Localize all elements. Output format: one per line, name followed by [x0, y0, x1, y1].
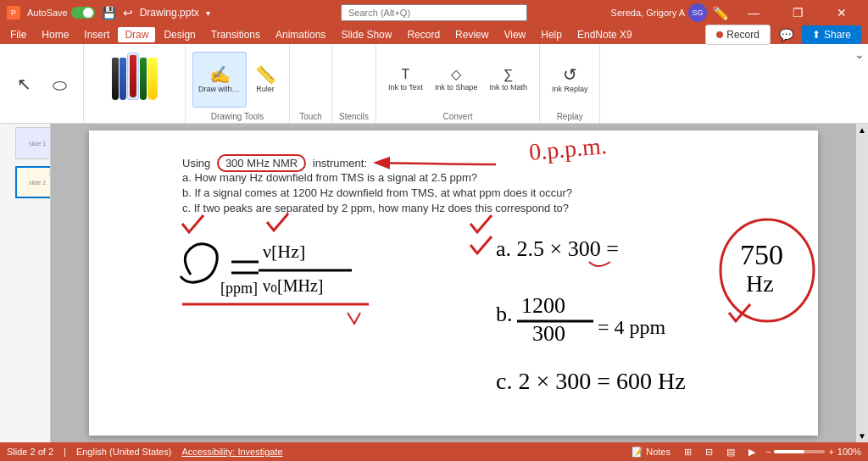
- svg-text:c. 2 × 300 = 600 Hz: c. 2 × 300 = 600 Hz: [496, 368, 686, 394]
- slide-info: Slide 2 of 2: [7, 447, 53, 457]
- ribbon-replay-section: ↺ Ink Replay Replay: [540, 44, 601, 123]
- menu-file[interactable]: File: [3, 27, 33, 42]
- replay-label: Replay: [557, 112, 583, 123]
- yellow-highlighter[interactable]: [147, 58, 158, 100]
- zoom-slider[interactable]: [774, 450, 825, 453]
- slide-1-thumb[interactable]: slide 1: [15, 127, 51, 159]
- ink-replay-icon: ↺: [563, 66, 577, 83]
- ink-replay-label: Ink Replay: [552, 85, 588, 93]
- menu-review[interactable]: Review: [448, 27, 495, 42]
- undo-icon[interactable]: ↩: [123, 6, 133, 19]
- menu-bar: File Home Insert Draw Design Transitions…: [0, 25, 868, 44]
- menu-help[interactable]: Help: [534, 27, 569, 42]
- drawing-tools-label: Drawing Tools: [211, 112, 264, 123]
- share-icon: ⬆: [812, 29, 821, 41]
- lasso-tool[interactable]: ⬭: [42, 57, 76, 113]
- svg-text:a. 2.5 × 300 =: a. 2.5 × 300 =: [496, 236, 619, 261]
- close-button[interactable]: ✕: [822, 0, 861, 25]
- ink-to-shape-icon: ◇: [451, 68, 461, 81]
- slide-1-container: 1 slide 1: [3, 127, 47, 159]
- convert-label: Convert: [442, 112, 472, 123]
- reading-view-btn[interactable]: ▤: [723, 446, 738, 458]
- ruler-button[interactable]: 📏 Ruler: [248, 52, 282, 108]
- slide-sorter-btn[interactable]: ⊟: [702, 446, 716, 458]
- search-input[interactable]: [341, 4, 527, 21]
- slide-2-thumb[interactable]: slide 2: [15, 166, 51, 198]
- ink-to-math-button[interactable]: ∑ Ink to Math: [484, 52, 532, 108]
- ribbon-draw-section: ✍ Draw with Touch 📏 Ruler Drawing Tools: [186, 44, 290, 123]
- slide-question-b: b. If a signal comes at 1200 Hz downfiel…: [182, 186, 572, 199]
- autosave-label: AutoSave: [27, 8, 68, 18]
- ink-to-text-icon: T: [402, 68, 410, 81]
- comment-icon[interactable]: 💬: [779, 28, 793, 42]
- app-icon: P: [7, 6, 20, 19]
- ribbon-cursor-section: ↖ ⬭: [0, 44, 84, 123]
- user-avatar: SG: [688, 3, 707, 22]
- ink-replay-button[interactable]: ↺ Ink Replay: [547, 52, 593, 108]
- status-right: 📝 Notes ⊞ ⊟ ▤ ▶ − + 100%: [628, 446, 861, 458]
- scroll-up[interactable]: ▲: [856, 124, 868, 136]
- notes-button[interactable]: 📝 Notes: [628, 446, 674, 458]
- select-tool[interactable]: ↖: [7, 57, 41, 113]
- ink-to-shape-button[interactable]: ◇ Ink to Shape: [430, 52, 483, 108]
- right-scrollbar[interactable]: ▲ ▼: [856, 124, 868, 442]
- autosave-toggle[interactable]: [71, 7, 95, 19]
- menu-record[interactable]: Record: [400, 27, 447, 42]
- menu-draw[interactable]: Draw: [118, 27, 155, 42]
- save-icon[interactable]: 💾: [102, 6, 116, 19]
- touch-label: Touch: [299, 112, 322, 123]
- slideshow-view-btn[interactable]: ▶: [745, 446, 759, 458]
- scroll-down[interactable]: ▼: [856, 430, 868, 442]
- svg-text:750: 750: [740, 239, 783, 270]
- ribbon-touch-section: Touch: [290, 44, 332, 123]
- blue-pen[interactable]: [120, 58, 126, 100]
- status-left: Slide 2 of 2 | English (United States) A…: [7, 447, 283, 457]
- svg-text:1200: 1200: [521, 293, 565, 318]
- menu-design[interactable]: Design: [157, 27, 202, 42]
- draw-tools: ✍ Draw with Touch 📏 Ruler: [192, 47, 282, 112]
- stencils-label: Stencils: [339, 112, 369, 123]
- red-pen[interactable]: [127, 53, 139, 100]
- normal-view-btn[interactable]: ⊞: [681, 446, 695, 458]
- pen-bar: [112, 47, 158, 103]
- green-pen[interactable]: [140, 58, 147, 100]
- pen-icon[interactable]: ✏️: [712, 5, 729, 21]
- dropdown-icon[interactable]: ▾: [206, 8, 210, 18]
- restore-button[interactable]: ❐: [778, 0, 817, 25]
- svg-text:ν₀[MHz]: ν₀[MHz]: [263, 276, 323, 295]
- zoom-fill: [774, 450, 804, 453]
- zoom-in-btn[interactable]: +: [828, 447, 833, 457]
- share-button[interactable]: ⬆ Share: [802, 25, 861, 44]
- app-body: 1 slide 1 2 slide 2 Using 300 MHz NMR in…: [0, 124, 868, 442]
- slide-canvas[interactable]: Using 300 MHz NMR instrument: a. How man…: [89, 131, 818, 436]
- draw-with-touch-button[interactable]: ✍ Draw with Touch: [192, 52, 247, 108]
- accessibility-status[interactable]: Accessibility: Investigate: [181, 447, 282, 457]
- svg-text:0.p.p.m.: 0.p.p.m.: [528, 132, 608, 165]
- svg-point-9: [721, 219, 814, 321]
- zoom-out-btn[interactable]: −: [765, 447, 771, 457]
- status-bar: Slide 2 of 2 | English (United States) A…: [0, 442, 868, 461]
- menu-view[interactable]: View: [497, 27, 532, 42]
- ribbon-collapse[interactable]: ⌄: [851, 44, 868, 123]
- slide-question-c: c. If two peaks are separated by 2 ppm, …: [182, 202, 569, 214]
- menu-transitions[interactable]: Transitions: [204, 27, 267, 42]
- svg-text:[ppm]: [ppm]: [220, 280, 258, 297]
- menu-insert[interactable]: Insert: [77, 27, 116, 42]
- ink-to-text-button[interactable]: T Ink to Text: [383, 52, 428, 108]
- select-icon: ↖: [17, 75, 31, 92]
- menu-slideshow[interactable]: Slide Show: [334, 27, 398, 42]
- minimize-button[interactable]: —: [734, 0, 773, 25]
- ink-to-text-label: Ink to Text: [388, 83, 423, 92]
- record-button[interactable]: Record: [705, 25, 771, 45]
- slide-2-container: 2 slide 2: [3, 166, 47, 198]
- menu-home[interactable]: Home: [35, 27, 75, 42]
- ink-to-math-label: Ink to Math: [489, 83, 527, 92]
- menu-animations[interactable]: Animations: [269, 27, 332, 42]
- title-bar-right: Sereda, Grigory A SG ✏️ — ❐ ✕: [611, 0, 861, 25]
- ink-to-shape-label: Ink to Shape: [435, 83, 478, 92]
- menu-endnote[interactable]: EndNote X9: [570, 27, 639, 42]
- black-pen[interactable]: [112, 58, 119, 100]
- ink-to-math-icon: ∑: [504, 68, 513, 81]
- notes-icon: 📝: [632, 447, 643, 457]
- svg-text:Hz: Hz: [746, 270, 774, 297]
